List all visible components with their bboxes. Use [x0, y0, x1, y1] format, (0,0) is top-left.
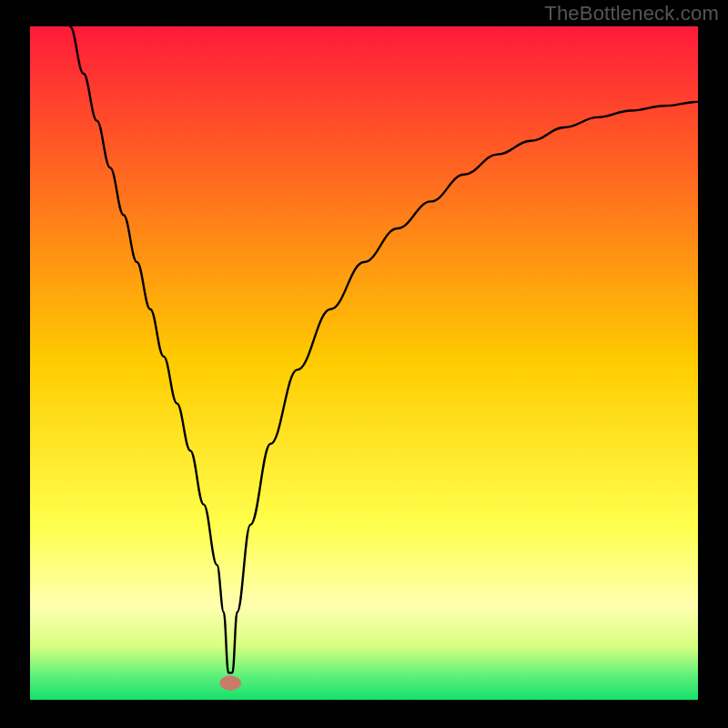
chart-frame: TheBottleneck.com [0, 0, 728, 728]
optimal-point-marker [219, 675, 240, 690]
chart-background [30, 26, 698, 700]
watermark-text: TheBottleneck.com [544, 2, 719, 25]
bottleneck-chart [0, 0, 728, 728]
